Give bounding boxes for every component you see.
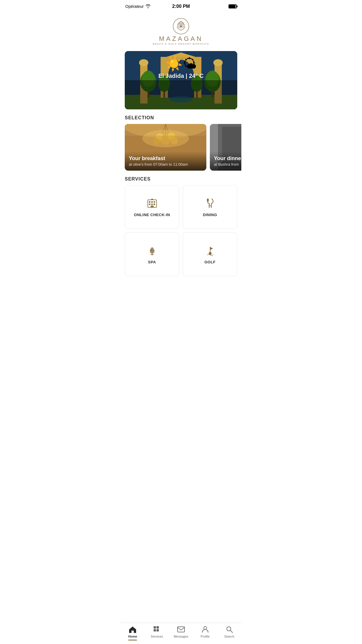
selection-card-dinner[interactable]: Your dinner at Bushra from [210, 124, 241, 171]
status-time: 2:00 PM [172, 4, 190, 9]
service-label-dining: DINING [203, 213, 217, 217]
status-left: Opérateur [125, 4, 151, 9]
brand-name: MAZAGAN [159, 35, 203, 43]
service-card-golf[interactable]: GOLF [183, 232, 237, 276]
services-section-title: SERVICES [121, 171, 241, 185]
spa-icon [146, 245, 158, 256]
battery-icon [229, 4, 237, 8]
wifi-icon [145, 4, 151, 9]
services-grid: ONLINE CHECK-IN DINING SPA [121, 185, 241, 280]
service-card-spa[interactable]: SPA [125, 232, 179, 276]
service-card-online-check-in[interactable]: ONLINE CHECK-IN [125, 185, 179, 229]
selection-card-breakfast[interactable]: Your breakfast at olive's from 07:00am t… [125, 124, 206, 171]
svg-rect-42 [154, 201, 155, 203]
hero-banner: ☀️🌤 El Jadida | 24° C [125, 51, 237, 109]
svg-point-8 [139, 59, 148, 66]
mazagan-emblem [172, 18, 190, 35]
svg-rect-46 [151, 206, 154, 207]
service-card-dining[interactable]: DINING [183, 185, 237, 229]
svg-rect-43 [149, 204, 150, 205]
breakfast-card-title: Your breakfast [129, 155, 202, 162]
status-bar: Opérateur 2:00 PM [121, 0, 241, 13]
breakfast-card-subtitle: at olive's from 07:00am to 11:00am [129, 162, 202, 167]
dining-icon [204, 197, 216, 209]
selection-scroll: Your breakfast at olive's from 07:00am t… [121, 124, 241, 171]
weather-text: El Jadida | 24° C [159, 73, 204, 79]
dinner-card-title: Your dinner [214, 155, 241, 162]
svg-rect-44 [151, 204, 153, 205]
svg-rect-41 [151, 201, 153, 203]
selection-section-title: SELECTION [121, 109, 241, 124]
svg-point-35 [142, 130, 189, 147]
weather-icon: ☀️🌤 [159, 57, 204, 71]
golf-icon [204, 245, 216, 256]
svg-rect-45 [154, 204, 155, 205]
svg-rect-40 [149, 201, 150, 203]
hotel-icon [146, 197, 158, 209]
weather-overlay: ☀️🌤 El Jadida | 24° C [159, 57, 204, 79]
service-label-golf: GOLF [204, 260, 215, 264]
logo-section: MAZAGAN BEACH & GOLF RESORT MOROCCO [121, 13, 241, 51]
operator-label: Opérateur [125, 4, 144, 9]
service-label-online-check-in: ONLINE CHECK-IN [134, 213, 170, 217]
dinner-card-subtitle: at Bushra from [214, 162, 241, 167]
svg-point-10 [213, 59, 223, 66]
service-label-spa: SPA [148, 260, 156, 264]
svg-rect-22 [125, 80, 237, 109]
brand-subtitle: BEACH & GOLF RESORT MOROCCO [153, 43, 209, 45]
